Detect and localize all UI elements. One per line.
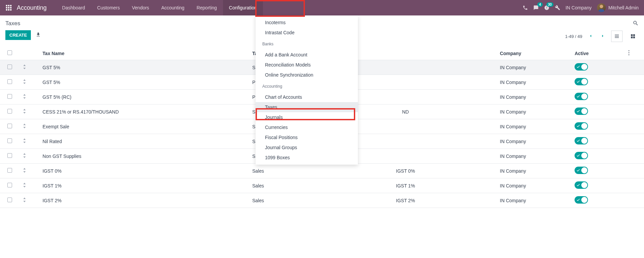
avatar xyxy=(597,3,606,12)
pager-counter[interactable]: 1-49 / 49 xyxy=(565,34,582,39)
cell-tax-name: CESS 21% or RS.4170/THOUSAND xyxy=(39,104,250,119)
nav-dashboard[interactable]: Dashboard xyxy=(56,0,91,15)
cell-company: IN Company xyxy=(497,119,571,134)
column-options-icon[interactable] xyxy=(628,51,630,56)
drag-handle-icon[interactable] xyxy=(23,154,26,159)
cell-tax-name: IGST 2% xyxy=(39,193,250,208)
th-company[interactable]: Company xyxy=(497,47,571,60)
drag-handle-icon[interactable] xyxy=(23,80,26,85)
drag-handle-icon[interactable] xyxy=(23,124,26,129)
table-row[interactable]: IGST 1%SalesIGST 1%IN Company xyxy=(0,178,644,193)
dd-item-add-bank-account[interactable]: Add a Bank Account xyxy=(256,50,358,60)
drag-handle-icon[interactable] xyxy=(23,139,26,144)
active-toggle[interactable] xyxy=(575,63,588,71)
cell-tax-name: Exempt Sale xyxy=(39,119,250,134)
row-checkbox[interactable] xyxy=(7,138,12,143)
active-toggle[interactable] xyxy=(575,122,588,130)
row-checkbox[interactable] xyxy=(7,153,12,158)
configuration-dropdown: Incoterms Intrastat Code Banks Add a Ban… xyxy=(256,15,358,165)
select-all-checkbox[interactable] xyxy=(7,50,12,55)
cell-tax-name: Nil Rated xyxy=(39,134,250,149)
active-toggle[interactable] xyxy=(575,137,588,144)
cell-tax-scope: IGST 0% xyxy=(314,164,497,178)
row-checkbox[interactable] xyxy=(7,79,12,84)
phone-icon[interactable] xyxy=(523,5,528,10)
nav-configuration[interactable]: Configuration xyxy=(223,0,263,15)
drag-handle-icon[interactable] xyxy=(23,65,26,70)
cell-tax-name: Non GST Supplies xyxy=(39,149,250,164)
row-checkbox[interactable] xyxy=(7,183,12,187)
svg-rect-14 xyxy=(633,37,635,38)
th-active[interactable]: Active xyxy=(571,47,626,60)
messages-icon[interactable]: 4 xyxy=(533,5,539,10)
table-row[interactable]: IGST 2%SalesIGST 2%IN Company xyxy=(0,193,644,208)
drag-handle-icon[interactable] xyxy=(23,183,26,188)
row-checkbox[interactable] xyxy=(7,198,12,202)
kanban-view-button[interactable] xyxy=(627,31,639,42)
drag-handle-icon[interactable] xyxy=(23,94,26,100)
activities-icon[interactable]: 30 xyxy=(544,5,549,10)
dd-item-currencies[interactable]: Currencies xyxy=(256,122,358,132)
apps-icon[interactable] xyxy=(5,4,12,11)
cell-tax-name: GST 5% (RC) xyxy=(39,90,250,104)
dd-item-journal-groups[interactable]: Journal Groups xyxy=(256,142,358,153)
drag-handle-icon[interactable] xyxy=(23,109,26,115)
row-checkbox[interactable] xyxy=(7,168,12,173)
nav-reporting[interactable]: Reporting xyxy=(191,0,223,15)
nav-vendors[interactable]: Vendors xyxy=(126,0,155,15)
pager-next[interactable] xyxy=(599,32,606,41)
dd-item-taxes[interactable]: Taxes xyxy=(256,102,358,112)
dd-item-reconciliation-models[interactable]: Reconciliation Models xyxy=(256,60,358,70)
nav-accounting[interactable]: Accounting xyxy=(155,0,191,15)
dd-item-online-sync[interactable]: Online Synchronization xyxy=(256,70,358,80)
dd-item-fiscal-positions[interactable]: Fiscal Positions xyxy=(256,132,358,142)
download-icon[interactable] xyxy=(36,32,41,38)
row-checkbox[interactable] xyxy=(7,64,12,69)
pager-prev[interactable] xyxy=(587,32,594,41)
th-tax-name[interactable]: Tax Name xyxy=(39,47,250,60)
table-row[interactable]: IGST 0%SalesIGST 0%IN Company xyxy=(0,164,644,178)
create-button[interactable]: CREATE xyxy=(5,30,31,40)
svg-point-16 xyxy=(629,52,630,53)
dd-header-accounting: Accounting xyxy=(256,82,358,90)
active-toggle[interactable] xyxy=(575,108,588,115)
active-toggle[interactable] xyxy=(575,181,588,189)
cell-tax-type: Sales xyxy=(250,193,314,208)
nav-customers[interactable]: Customers xyxy=(91,0,126,15)
row-checkbox[interactable] xyxy=(7,94,12,99)
dd-item-journals[interactable]: Journals xyxy=(256,112,358,122)
svg-rect-12 xyxy=(633,34,635,36)
cell-company: IN Company xyxy=(497,134,571,149)
svg-rect-7 xyxy=(8,9,9,10)
active-toggle[interactable] xyxy=(575,78,588,85)
active-toggle[interactable] xyxy=(575,93,588,100)
cell-company: IN Company xyxy=(497,149,571,164)
cell-tax-name: IGST 0% xyxy=(39,164,250,178)
search-icon[interactable] xyxy=(633,20,639,27)
active-toggle[interactable] xyxy=(575,167,588,174)
dd-item-incoterms[interactable]: Incoterms xyxy=(256,17,358,28)
svg-rect-11 xyxy=(631,34,633,36)
user-menu[interactable]: Mitchell Admin xyxy=(597,3,639,12)
drag-handle-icon[interactable] xyxy=(23,168,26,174)
row-checkbox[interactable] xyxy=(7,124,12,128)
svg-rect-2 xyxy=(10,5,11,6)
svg-rect-3 xyxy=(6,7,7,8)
app-brand[interactable]: Accounting xyxy=(17,4,47,11)
svg-point-17 xyxy=(629,54,630,55)
active-toggle[interactable] xyxy=(575,196,588,204)
cell-company: IN Company xyxy=(497,104,571,119)
list-view-button[interactable] xyxy=(611,31,623,42)
cell-company: IN Company xyxy=(497,178,571,193)
drag-handle-icon[interactable] xyxy=(23,198,26,203)
company-selector[interactable]: IN Company xyxy=(566,5,592,10)
dd-item-1099-boxes[interactable]: 1099 Boxes xyxy=(256,153,358,163)
svg-rect-0 xyxy=(6,5,7,6)
user-name: Mitchell Admin xyxy=(608,5,639,10)
dd-item-chart-of-accounts[interactable]: Chart of Accounts xyxy=(256,92,358,102)
tools-icon[interactable] xyxy=(555,5,560,10)
active-toggle[interactable] xyxy=(575,152,588,159)
svg-point-10 xyxy=(598,9,604,12)
dd-item-intrastat-code[interactable]: Intrastat Code xyxy=(256,28,358,38)
row-checkbox[interactable] xyxy=(7,109,12,114)
